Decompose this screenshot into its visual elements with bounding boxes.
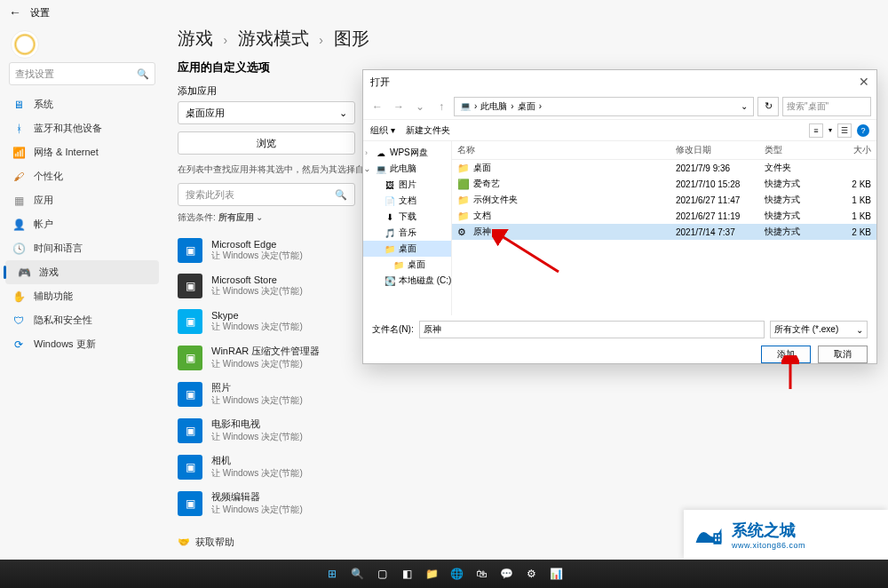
file-name: 桌面 <box>473 162 676 174</box>
search-list-input[interactable]: 搜索此列表 🔍 <box>178 183 355 206</box>
browse-button[interactable]: 浏览 <box>178 131 355 155</box>
sidebar-item[interactable]: 🕓时间和语言 <box>0 236 164 260</box>
add-button[interactable]: 添加 <box>761 346 811 363</box>
refresh-button[interactable]: ↻ <box>757 97 779 116</box>
start-icon[interactable]: ⊞ <box>322 564 342 584</box>
sidebar-item[interactable]: 📶网络 & Internet <box>0 140 164 164</box>
folder-icon: 📁 <box>393 259 404 270</box>
help-link[interactable]: 🤝 获取帮助 <box>178 536 234 549</box>
nav-icon: ᚼ <box>12 123 25 135</box>
nav-icon: 📶 <box>12 147 25 159</box>
taskview-icon[interactable]: ▢ <box>372 564 392 584</box>
info-icon[interactable]: ? <box>857 124 869 137</box>
taskbar[interactable]: ⊞ 🔍 ▢ ◧ 📁 🌐 🛍 💬 ⚙ 📊 <box>0 560 888 588</box>
chevron-down-icon[interactable]: ⌄ <box>411 100 429 113</box>
svg-rect-3 <box>715 535 717 537</box>
app-list-item[interactable]: ▣相机让 Windows 决定(节能) <box>178 449 874 485</box>
app-name: Microsoft Edge <box>211 239 303 250</box>
sidebar-item[interactable]: 🖥系统 <box>0 92 164 116</box>
file-type-filter[interactable]: 所有文件 (*.exe) ⌄ <box>770 321 868 338</box>
sidebar-item[interactable]: 🖌个性化 <box>0 164 164 188</box>
window-title: 设置 <box>30 6 50 20</box>
app-sub: 让 Windows 决定(节能) <box>211 394 303 407</box>
cancel-button[interactable]: 取消 <box>818 346 868 363</box>
widgets-icon[interactable]: ◧ <box>397 564 416 584</box>
edge-icon[interactable]: 🌐 <box>447 564 466 584</box>
file-row[interactable]: 📁示例文件夹2021/6/27 11:47快捷方式1 KB <box>452 192 876 208</box>
nav-up-icon[interactable]: ↑ <box>432 100 450 113</box>
file-row[interactable]: 🟩爱奇艺2021/7/10 15:28快捷方式2 KB <box>452 176 876 192</box>
app-list-item[interactable]: ▣电影和电视让 Windows 决定(节能) <box>178 412 874 449</box>
tree-item[interactable]: ⬇下载 <box>363 209 451 225</box>
nav-label: 时间和语言 <box>34 242 83 255</box>
nav-forward-icon[interactable]: → <box>390 100 408 113</box>
tree-item[interactable]: 📁桌面 <box>363 257 451 273</box>
dialog-search-input[interactable]: 搜索"桌面" <box>782 97 871 116</box>
sidebar-item[interactable]: 👤帐户 <box>0 212 164 236</box>
app-icon[interactable]: 📊 <box>546 564 566 584</box>
avatar[interactable] <box>11 30 39 59</box>
sidebar-item[interactable]: 🛡隐私和安全性 <box>0 308 164 332</box>
path-pc[interactable]: 此电脑 <box>480 100 507 113</box>
search-input[interactable]: 查找设置 🔍 <box>9 62 155 85</box>
chevron-down-icon[interactable]: ▾ <box>829 126 832 134</box>
file-row[interactable]: 📁文档2021/6/27 11:19快捷方式1 KB <box>452 208 876 224</box>
path-loc[interactable]: 桌面 <box>518 100 535 113</box>
chevron-right-icon: › <box>474 101 477 111</box>
organize-menu[interactable]: 组织 ▾ <box>370 124 395 137</box>
tree-item[interactable]: 🎵音乐 <box>363 225 451 241</box>
path-bar[interactable]: 💻 › 此电脑 › 桌面 › ⌄ <box>454 97 754 116</box>
explorer-icon[interactable]: 📁 <box>422 564 441 584</box>
settings-icon[interactable]: ⚙ <box>521 564 541 584</box>
breadcrumb-b[interactable]: 游戏模式 <box>238 28 309 48</box>
col-size[interactable]: 大小 <box>827 144 871 156</box>
view-list-icon[interactable]: ≡ <box>809 123 823 138</box>
tree-item[interactable]: 💻此电脑 <box>363 161 451 177</box>
col-type[interactable]: 类型 <box>765 144 827 156</box>
dropdown-value: 桌面应用 <box>186 107 225 120</box>
svg-rect-5 <box>715 539 717 542</box>
nav-icon: 🖌 <box>12 171 25 183</box>
sidebar-item[interactable]: ⟳Windows 更新 <box>0 332 164 356</box>
file-row[interactable]: 📁桌面2021/7/9 9:36文件夹 <box>452 160 876 176</box>
sidebar: 查找设置 🔍 🖥系统ᚼ蓝牙和其他设备📶网络 & Internet🖌个性化▦应用👤… <box>0 62 164 356</box>
tree-label: 下载 <box>399 211 416 223</box>
tree-item[interactable]: 🖼图片 <box>363 177 451 193</box>
app-icon[interactable]: 💬 <box>496 564 516 584</box>
nav-back-icon[interactable]: ← <box>369 100 386 113</box>
breadcrumb-a[interactable]: 游戏 <box>178 28 213 48</box>
file-date: 2021/7/10 15:28 <box>676 179 765 189</box>
sidebar-item[interactable]: 🎮游戏 <box>5 260 159 284</box>
store-icon[interactable]: 🛍 <box>472 564 491 584</box>
col-date[interactable]: 修改日期 <box>676 144 765 156</box>
svg-rect-4 <box>718 535 720 537</box>
folder-icon: ⬇ <box>385 211 395 222</box>
back-icon[interactable]: ← <box>9 5 21 20</box>
app-name: 电影和电视 <box>211 417 303 431</box>
sidebar-item[interactable]: ▦应用 <box>0 188 164 212</box>
close-icon[interactable]: ✕ <box>859 75 869 89</box>
chevron-down-icon[interactable]: ⌄ <box>741 101 748 111</box>
filename-input[interactable] <box>419 321 765 338</box>
new-folder-button[interactable]: 新建文件夹 <box>406 124 450 137</box>
app-icon: ▣ <box>178 309 202 334</box>
search-list-placeholder: 搜索此列表 <box>186 188 234 202</box>
sidebar-item[interactable]: ᚼ蓝牙和其他设备 <box>0 116 164 140</box>
app-type-dropdown[interactable]: 桌面应用 ⌄ <box>178 101 355 124</box>
view-details-icon[interactable]: ☰ <box>837 123 852 138</box>
tree-item[interactable]: 📄文档 <box>363 193 451 209</box>
col-name[interactable]: 名称 <box>457 144 676 156</box>
list-header[interactable]: 名称 修改日期 类型 大小 <box>452 141 876 160</box>
tree-item[interactable]: 📁桌面 <box>363 241 451 257</box>
search-icon[interactable]: 🔍 <box>347 564 367 584</box>
tree-item[interactable]: 💽本地磁盘 (C:) <box>363 273 451 289</box>
file-row[interactable]: ⚙原神2021/7/14 7:37快捷方式2 KB <box>452 224 876 240</box>
tree-item[interactable]: ☁WPS网盘 <box>363 145 451 161</box>
nav-label: 应用 <box>34 194 53 207</box>
app-list-item[interactable]: ▣照片让 Windows 决定(节能) <box>178 376 874 412</box>
folder-tree[interactable]: ☁WPS网盘💻此电脑🖼图片📄文档⬇下载🎵音乐📁桌面📁桌面💽本地磁盘 (C:) <box>363 141 452 315</box>
app-icon: ▣ <box>178 346 202 370</box>
sidebar-item[interactable]: ✋辅助功能 <box>0 284 164 308</box>
chevron-right-icon: › <box>224 33 228 47</box>
svg-rect-6 <box>718 539 720 542</box>
